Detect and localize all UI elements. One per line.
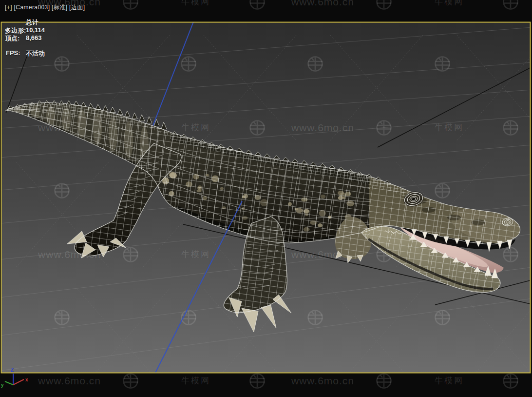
stats-fps-value: 不活动 [26, 49, 45, 58]
spline-blue-line-lower[interactable] [155, 201, 242, 374]
stats-fps-label: FPS: [6, 49, 20, 57]
crocodile-model[interactable] [0, 95, 532, 332]
statistics-overlay: 总计 多边形: 10,114 顶点: 8,663 FPS: 不活动 [0, 0, 127, 63]
stats-verts-label: 顶点: [5, 34, 19, 43]
axis-y-label: y [1, 382, 4, 388]
stats-title: 总计 [26, 18, 38, 27]
axis-x-label: x [25, 377, 28, 382]
stats-polys-value: 10,114 [26, 26, 45, 34]
croc-wireframe-mesh [0, 95, 532, 324]
world-axis-gizmo: Z x y [1, 367, 28, 388]
axis-z-label: Z [11, 367, 14, 373]
application-screenshot: www.6mo.cn牛模网www.6mo.cn牛模网www.6mo.cn牛模网w… [0, 0, 532, 397]
stats-verts-value: 8,663 [26, 34, 42, 41]
